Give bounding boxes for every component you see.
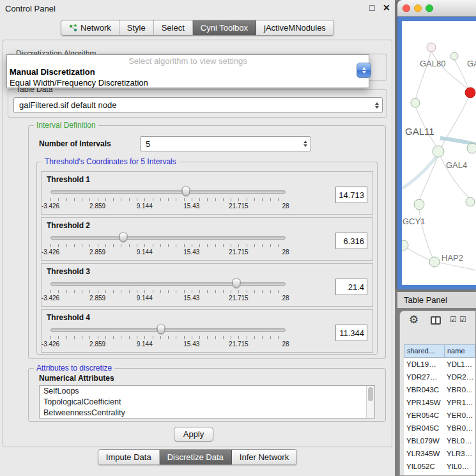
threshold-4-label: Threshold 4 — [47, 313, 90, 322]
slider-thumb[interactable] — [232, 279, 240, 288]
node[interactable] — [466, 197, 475, 206]
slider-track[interactable] — [50, 190, 286, 194]
node[interactable] — [429, 257, 440, 267]
node[interactable] — [467, 143, 476, 153]
cell[interactable]: YBR0… — [445, 383, 475, 396]
attributes-list[interactable]: SelfLoops TopologicalCoefficient Between… — [39, 385, 375, 418]
column-header-name[interactable]: name — [445, 344, 475, 358]
cell[interactable]: YDL19… — [404, 358, 445, 371]
slider-thumb[interactable] — [182, 187, 190, 196]
node[interactable] — [402, 240, 408, 250]
table-row[interactable]: YBR045CYBR0… — [404, 422, 475, 434]
scrollbar-thumb[interactable] — [368, 387, 373, 401]
algorithm-option-equal-width[interactable]: Equal Width/Frequency Discretization — [7, 77, 369, 88]
close-icon[interactable]: ✕ — [383, 3, 390, 13]
threshold-1-panel: Threshold 1 -3.426 2.859 9.144 15.43 21.… — [41, 171, 373, 215]
zoom-traffic-light[interactable] — [426, 4, 433, 12]
cell[interactable]: YBL0… — [445, 434, 475, 447]
combo-stepper-icon — [300, 141, 311, 147]
threshold-4-slider[interactable]: -3.426 2.859 9.144 15.43 21.715 28 — [50, 324, 286, 352]
cell[interactable]: YPR145W — [404, 396, 445, 409]
tab-network[interactable]: Network — [61, 20, 119, 35]
node[interactable] — [414, 199, 424, 210]
table-row[interactable]: YPR145WYPR1… — [404, 396, 475, 409]
list-scrollbar[interactable] — [366, 386, 374, 418]
cell[interactable]: YLR345W — [404, 447, 445, 460]
slider-scale-label: 9.144 — [137, 203, 153, 210]
cell[interactable]: YDR27… — [404, 371, 445, 383]
table-row[interactable]: YER054CYER0… — [404, 409, 475, 422]
algorithm-combo-stepper[interactable] — [357, 63, 371, 78]
table-row[interactable]: YBL079WYBL0… — [404, 434, 475, 447]
threshold-2-slider[interactable]: -3.426 2.859 9.144 15.43 21.715 28 — [50, 232, 286, 260]
cell[interactable]: YER0… — [445, 409, 475, 422]
apply-button[interactable]: Apply — [174, 427, 213, 441]
column-visibility-icon[interactable] — [431, 316, 441, 325]
slider-thumb[interactable] — [157, 325, 165, 334]
slider-scale-label: 15.43 — [183, 203, 199, 210]
float-window-icon[interactable]: □ — [369, 3, 374, 13]
cell[interactable]: YBR0… — [445, 422, 475, 434]
tab-jactivemnodules[interactable]: jActiveMNodules — [256, 20, 334, 35]
slider-track[interactable] — [50, 328, 286, 332]
threshold-2-value-field[interactable] — [335, 233, 367, 249]
top-tab-group: Network Style Select Cyni Toolbox jActiv… — [61, 20, 334, 36]
threshold-1-slider[interactable]: -3.426 2.859 9.144 15.43 21.715 28 — [50, 186, 286, 214]
slider-scale-label: 21.715 — [229, 295, 249, 302]
list-item[interactable]: BetweennessCentrality — [40, 408, 374, 418]
close-traffic-light[interactable] — [403, 4, 410, 12]
table-row[interactable]: YBR043CYBR0… — [404, 383, 475, 396]
node[interactable] — [427, 43, 436, 52]
cell[interactable]: YBL079W — [404, 434, 445, 447]
tab-impute-data[interactable]: Impute Data — [98, 450, 160, 464]
checkbox-icon[interactable]: ☑ — [459, 315, 466, 324]
settings-gear-icon[interactable]: ⚙ — [409, 313, 418, 326]
threshold-1-value-field[interactable] — [335, 187, 367, 203]
checkbox-icon[interactable]: ☑ — [450, 315, 457, 324]
table-row[interactable]: YDL19…YDL1… — [404, 358, 475, 371]
algorithm-option-manual[interactable]: Manual Discretization — [7, 66, 369, 77]
table-row[interactable]: YDR27…YDR2… — [404, 371, 475, 383]
cell[interactable]: YIL0… — [445, 460, 475, 473]
cell[interactable]: YBR045C — [404, 422, 445, 434]
threshold-3-slider[interactable]: -3.426 2.859 9.144 15.43 21.715 28 — [50, 278, 286, 306]
node-red[interactable] — [465, 88, 475, 98]
cell[interactable]: YER054C — [404, 409, 445, 422]
list-item[interactable]: TopologicalCoefficient — [40, 397, 374, 408]
table-row[interactable]: YLR345WYLR3… — [404, 447, 475, 460]
node[interactable] — [450, 52, 458, 60]
threshold-3-panel: Threshold 3 -3.426 2.859 9.144 15.43 21.… — [41, 263, 373, 307]
node-label: HAP2 — [441, 253, 463, 263]
node[interactable] — [411, 98, 420, 107]
number-of-intervals-combo[interactable]: 5 — [140, 136, 311, 151]
tab-infer-network[interactable]: Infer Network — [232, 450, 296, 464]
table-data-combo[interactable]: galFiltered.sif default node — [13, 97, 383, 113]
network-canvas[interactable]: GAL80 GAL11 GAL4 GCY1 HAP2 GA — [402, 21, 476, 285]
slider-scale-label: 2.859 — [89, 341, 105, 348]
tab-select[interactable]: Select — [154, 20, 193, 35]
table-row[interactable]: YIL052CYIL0… — [404, 460, 475, 473]
slider-thumb[interactable] — [119, 233, 128, 242]
tab-cyni-toolbox[interactable]: Cyni Toolbox — [193, 20, 256, 35]
slider-scale-label: 9.144 — [137, 341, 153, 348]
slider-scale-label: 15.43 — [183, 249, 199, 256]
slider-track[interactable] — [50, 236, 286, 240]
cell[interactable]: YIL052C — [404, 460, 445, 473]
minimize-traffic-light[interactable] — [414, 4, 422, 12]
threshold-3-value-field[interactable] — [335, 279, 367, 295]
column-header-shared-name[interactable]: shared… — [404, 344, 445, 358]
slider-scale-label: 28 — [282, 249, 289, 256]
algorithm-option-placeholder[interactable]: Select algorithm to view settings — [7, 56, 369, 66]
threshold-4-value-field[interactable] — [335, 325, 367, 341]
cell[interactable]: YPR1… — [445, 396, 475, 409]
cell[interactable]: YBR043C — [404, 383, 445, 396]
interval-definition-group: Interval Definition Number of Intervals … — [28, 125, 386, 359]
slider-track[interactable] — [50, 282, 286, 286]
node[interactable] — [433, 146, 444, 157]
cell[interactable]: YDL1… — [445, 358, 475, 371]
tab-style[interactable]: Style — [119, 20, 154, 35]
cell[interactable]: YLR3… — [445, 447, 475, 460]
list-item[interactable]: SelfLoops — [40, 386, 374, 397]
cell[interactable]: YDR2… — [445, 371, 475, 383]
tab-discretize-data[interactable]: Discretize Data — [160, 450, 232, 464]
